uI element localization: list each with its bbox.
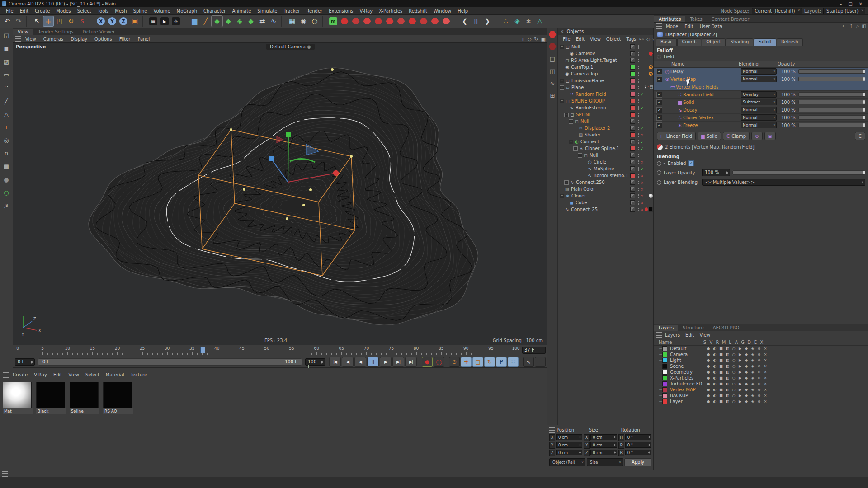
- blending-select[interactable]: Normal: [741, 76, 777, 82]
- object-name[interactable]: Plain Color: [571, 187, 595, 192]
- viewport-menu-panel[interactable]: Panel: [134, 37, 153, 42]
- visibility-dots[interactable]: [638, 120, 639, 123]
- layer-toggle-v[interactable]: ◐: [712, 399, 718, 404]
- enable-toggle[interactable]: ×: [640, 194, 644, 198]
- layer-toggle-d[interactable]: ◈: [750, 358, 756, 362]
- play-forwards-button[interactable]: ▶: [380, 357, 392, 367]
- enabled-checkbox[interactable]: ✓: [688, 160, 694, 166]
- layer-toggle-x[interactable]: ×: [762, 364, 769, 368]
- layer-toggle-v[interactable]: ◐: [712, 347, 718, 351]
- layer-toggle-d[interactable]: ◈: [750, 370, 756, 374]
- layer-toggle-m[interactable]: ◧: [724, 388, 731, 392]
- object-name[interactable]: CamMov: [576, 51, 595, 56]
- object-name[interactable]: SPLINE: [576, 112, 592, 117]
- expander-icon[interactable]: −: [578, 153, 582, 158]
- prop-tab-shading[interactable]: Shading: [726, 38, 754, 46]
- enable-toggle[interactable]: ×: [640, 180, 644, 185]
- objects-menu-object[interactable]: Object: [604, 37, 624, 42]
- record-keyframe-button[interactable]: ●: [422, 357, 433, 367]
- playback-mode-icon[interactable]: ↖: [523, 357, 534, 367]
- lock-x-axis-icon[interactable]: X: [97, 17, 105, 25]
- rotate-view-icon[interactable]: ↻: [534, 36, 538, 42]
- layer-color-swatch[interactable]: [630, 153, 635, 158]
- layer-toggle-g[interactable]: ◆: [743, 364, 750, 368]
- layer-toggle-g[interactable]: ◆: [743, 358, 750, 362]
- opacity-slider[interactable]: [798, 108, 865, 112]
- layer-color-swatch[interactable]: [630, 173, 635, 178]
- layer-row[interactable]: −Default●◐■◧○▶◆◈⊕×: [654, 346, 868, 352]
- layer-color-swatch[interactable]: [630, 187, 635, 192]
- key-rotation-toggle[interactable]: ↻: [484, 357, 495, 367]
- layer-color-swatch[interactable]: [662, 381, 667, 386]
- camera-view-icon[interactable]: ▣: [541, 36, 546, 42]
- visibility-dots[interactable]: [638, 66, 639, 69]
- menu-select[interactable]: Select: [74, 8, 94, 14]
- visibility-dots[interactable]: [638, 99, 639, 103]
- pan-view-icon[interactable]: +: [521, 36, 525, 42]
- object-row[interactable]: −◻SPLINE: [558, 111, 653, 118]
- layer-row[interactable]: −BACKUP●◐■◧○▶◆◈⊕×: [654, 393, 868, 399]
- layer-toggle-l[interactable]: ○: [731, 364, 737, 368]
- visibility-dots[interactable]: [638, 45, 639, 49]
- layout-select[interactable]: Startup (User): [823, 8, 865, 14]
- viewport-canvas[interactable]: Perspective Default Camera ◉ FPS : 23.4 …: [13, 43, 547, 345]
- object-row[interactable]: ▨Plain Color×: [558, 186, 653, 192]
- search-icon[interactable]: ⌕: [856, 23, 859, 29]
- goto-end-button[interactable]: ▶|: [405, 357, 417, 367]
- status-menu-icon[interactable]: [2, 471, 8, 477]
- object-row[interactable]: ∿MoSpline✓: [558, 165, 653, 172]
- material-menu-texture[interactable]: Texture: [127, 372, 150, 378]
- layer-toggle-d[interactable]: ◈: [750, 399, 756, 404]
- layer-color-swatch[interactable]: [630, 139, 635, 144]
- coord-system-icon[interactable]: ▣: [129, 16, 140, 27]
- field-checkbox[interactable]: ✓: [656, 76, 662, 82]
- corner-c-button[interactable]: C: [855, 132, 865, 140]
- zoom-view-icon[interactable]: ◇: [528, 36, 531, 42]
- material-menu-view[interactable]: View: [65, 372, 82, 378]
- opacity-value[interactable]: 100 %: [781, 108, 796, 113]
- xparticles-tag[interactable]: [649, 52, 653, 56]
- sds-generator-icon[interactable]: ◆: [212, 16, 222, 27]
- layer-toggle-r[interactable]: ■: [718, 399, 724, 404]
- render-view-icon[interactable]: ▦: [149, 17, 157, 25]
- layer-toggle-v[interactable]: ◐: [712, 352, 718, 357]
- field-checkbox[interactable]: ✓: [656, 69, 662, 75]
- layer-toggle-a[interactable]: ▶: [737, 399, 743, 404]
- menu-mesh[interactable]: Mesh: [112, 8, 130, 14]
- layer-toggle-v[interactable]: ◐: [712, 382, 718, 386]
- key-position-toggle[interactable]: +: [461, 357, 472, 367]
- object-name[interactable]: EmissionPlane: [571, 78, 604, 83]
- layer-name[interactable]: X-Particles: [670, 375, 705, 380]
- object-row[interactable]: −∿Connect.250×: [558, 179, 653, 186]
- position-value-field[interactable]: 0 cm: [556, 442, 582, 448]
- field-layer-row[interactable]: ✓◷DelayNormal100 %: [654, 68, 868, 75]
- rotate-tool-icon[interactable]: ↻: [66, 16, 76, 27]
- layer-toggle-e[interactable]: ⊕: [756, 394, 762, 398]
- layer-toggle-l[interactable]: ○: [731, 370, 737, 374]
- layer-toggle-x[interactable]: ×: [762, 388, 769, 392]
- attribute-menu-icon[interactable]: [656, 23, 662, 29]
- points-mode-icon[interactable]: ∷: [2, 83, 11, 92]
- layer-toggle-d[interactable]: ◈: [750, 347, 756, 351]
- object-row[interactable]: ▨Shader×: [558, 131, 653, 138]
- expander-icon[interactable]: −: [569, 119, 573, 124]
- object-name[interactable]: Circle: [594, 160, 606, 164]
- layer-toggle-l[interactable]: ○: [731, 347, 737, 351]
- viewport-menu-display[interactable]: Display: [67, 37, 91, 42]
- rotation-value-field[interactable]: 0 °: [625, 450, 651, 455]
- layer-opacity-slider[interactable]: [732, 170, 865, 175]
- keyframe-selection-button[interactable]: ⊙: [449, 357, 460, 367]
- layer-toggle-a[interactable]: ▶: [737, 382, 743, 386]
- field-name[interactable]: Solid: [683, 100, 694, 105]
- object-name[interactable]: MoSpline: [594, 166, 614, 171]
- prop-tab-falloff[interactable]: Falloff: [754, 38, 776, 46]
- layer-toggle-m[interactable]: ◧: [724, 394, 731, 398]
- xparticles-button-1[interactable]: [339, 16, 350, 27]
- object-row[interactable]: ∿BordoEsterno.1×: [558, 172, 653, 179]
- object-name[interactable]: Null: [590, 153, 598, 158]
- layer-toggle-g[interactable]: ◆: [743, 382, 750, 386]
- enable-toggle[interactable]: ✓: [640, 146, 644, 151]
- xparticles-button-3[interactable]: [362, 16, 373, 27]
- layer-name[interactable]: Scene: [670, 364, 705, 369]
- layer-toggle-x[interactable]: ×: [762, 347, 769, 351]
